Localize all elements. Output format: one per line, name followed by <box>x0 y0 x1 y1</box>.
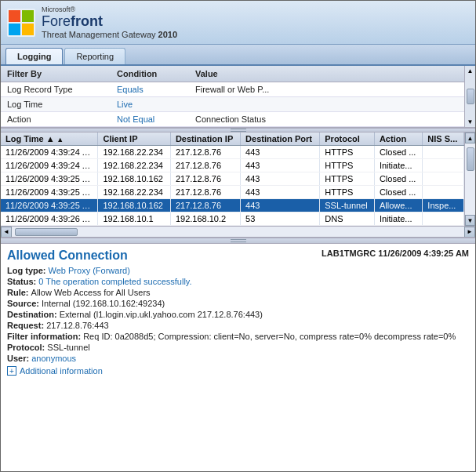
filter-col-condition: Condition <box>114 67 192 80</box>
detail-status: Status: 0 The operation completed succes… <box>7 277 469 286</box>
expand-icon[interactable]: + <box>7 366 16 376</box>
cell-clientip: 192.168.22.234 <box>98 159 170 172</box>
filter-col-value: Value <box>192 67 449 80</box>
filter-cell-value: Firewall or Web P... <box>192 83 449 96</box>
cell-niss <box>423 212 464 226</box>
filter-header: Filter By Condition Value <box>1 66 464 82</box>
table-row[interactable]: 11/26/2009 4:39:24 AM 192.168.22.234 217… <box>1 159 464 172</box>
cell-protocol: HTTPS <box>320 159 375 172</box>
filter-scroll-up[interactable]: ▲ <box>467 67 474 74</box>
resize-handle-2[interactable] <box>1 238 475 244</box>
table-row[interactable]: 11/26/2009 4:39:25 AM 192.168.22.234 217… <box>1 186 464 199</box>
scroll-down-button[interactable]: ▼ <box>465 215 475 226</box>
cell-protocol: HTTPS <box>320 146 375 159</box>
col-protocol[interactable]: Protocol <box>320 133 375 146</box>
cell-clientip: 192.168.22.234 <box>98 186 170 199</box>
cell-destport: 443 <box>241 186 320 199</box>
detail-title: Allowed Connection <box>7 249 128 263</box>
table-scrollbar-vertical[interactable]: ▲ ▼ <box>464 133 475 226</box>
cell-protocol: SSL-tunnel <box>320 199 375 212</box>
detail-logtype: Log type: Web Proxy (Forward) <box>7 266 469 275</box>
svg-rect-1 <box>9 10 20 22</box>
cell-clientip: 192.168.10.162 <box>98 172 170 186</box>
filter-cell-value: Connection Status <box>192 113 449 125</box>
col-logtime[interactable]: Log Time ▲ <box>1 133 98 146</box>
cell-destport: 53 <box>241 212 320 226</box>
cell-niss: Inspe... <box>423 199 464 212</box>
col-destport[interactable]: Destination Port <box>241 133 320 146</box>
scroll-track[interactable] <box>465 143 475 215</box>
additional-info-label: Additional information <box>20 366 103 376</box>
horizontal-scrollbar[interactable]: ◄ ► <box>1 226 475 237</box>
filter-rows: Log Record Type Equals Firewall or Web P… <box>1 82 464 127</box>
brand-main: Forefront <box>42 13 177 30</box>
filter-scroll-down[interactable]: ▼ <box>467 118 474 125</box>
log-table: Log Time ▲ Client IP Destination IP Dest… <box>1 133 464 226</box>
cell-logtime: 11/26/2009 4:39:25 AM <box>1 186 98 199</box>
cell-niss <box>423 146 464 159</box>
tab-reporting[interactable]: Reporting <box>64 48 125 64</box>
detail-source: Source: Internal (192.168.10.162:49234) <box>7 299 469 308</box>
brand-subtitle: Threat Management Gateway 2010 <box>42 30 177 39</box>
logo: Microsoft® Forefront Threat Management G… <box>7 5 177 39</box>
detail-user: User: anonymous <box>7 354 469 363</box>
detail-request: Request: 217.12.8.76:443 <box>7 321 469 330</box>
table-row[interactable]: 11/26/2009 4:39:25 AM 192.168.10.162 217… <box>1 172 464 186</box>
col-action[interactable]: Action <box>374 133 422 146</box>
cell-destip: 217.12.8.76 <box>170 199 240 212</box>
filter-row: Log Record Type Equals Firewall or Web P… <box>1 82 464 97</box>
table-row[interactable]: 11/26/2009 4:39:24 AM 192.168.22.234 217… <box>1 146 464 159</box>
cell-clientip: 192.168.10.1 <box>98 212 170 226</box>
filter-cell-filterby: Log Record Type <box>4 83 114 96</box>
filter-cell-condition: Live <box>114 98 192 111</box>
col-niss[interactable]: NIS S... <box>423 133 464 146</box>
detail-rule: Rule: Allow Web Access for All Users <box>7 288 469 297</box>
tabs-bar: Logging Reporting <box>1 45 475 66</box>
cell-clientip: 192.168.22.234 <box>98 146 170 159</box>
cell-logtime: 11/26/2009 4:39:26 AM <box>1 212 98 226</box>
svg-rect-2 <box>22 10 34 22</box>
resize-handle-icon-1 <box>231 129 246 132</box>
table-row[interactable]: 11/26/2009 4:39:25 AM 192.168.10.162 217… <box>1 199 464 212</box>
resize-handle-icon-2 <box>231 239 246 242</box>
cell-destip: 217.12.8.76 <box>170 186 240 199</box>
detail-server: LAB1TMGRC 11/26/2009 4:39:25 AM <box>322 249 469 258</box>
detail-panel: Allowed Connection LAB1TMGRC 11/26/2009 … <box>1 244 475 380</box>
cell-protocol: DNS <box>320 212 375 226</box>
scroll-up-button[interactable]: ▲ <box>465 133 475 143</box>
cell-protocol: HTTPS <box>320 186 375 199</box>
brand-small: Microsoft® <box>42 5 177 13</box>
filter-cell-value <box>192 98 449 111</box>
filter-cell-condition: Not Equal <box>114 113 192 125</box>
additional-info-expand[interactable]: + Additional information <box>7 366 469 376</box>
cell-destip: 217.12.8.76 <box>170 146 240 159</box>
h-scroll-track[interactable] <box>12 227 464 238</box>
svg-rect-3 <box>9 24 20 35</box>
h-scroll-thumb[interactable] <box>15 228 78 236</box>
filter-row: Log Time Live <box>1 97 464 112</box>
table-row[interactable]: 11/26/2009 4:39:26 AM 192.168.10.1 192.1… <box>1 212 464 226</box>
filter-row: Action Not Equal Connection Status <box>1 112 464 127</box>
cell-action: Initiate... <box>374 159 422 172</box>
h-scroll-left[interactable]: ◄ <box>1 227 12 238</box>
h-scroll-right[interactable]: ► <box>464 227 475 238</box>
filter-col-filterby: Filter By <box>4 67 114 80</box>
microsoft-forefront-logo <box>7 9 35 37</box>
cell-logtime: 11/26/2009 4:39:25 AM <box>1 199 98 212</box>
cell-action: Closed ... <box>374 172 422 186</box>
tab-logging[interactable]: Logging <box>5 48 63 64</box>
filter-scrollbar-thumb <box>467 89 474 104</box>
detail-filter-info: Filter information: Req ID: 0a2088d5; Co… <box>7 332 469 341</box>
col-destip[interactable]: Destination IP <box>170 133 240 146</box>
filter-cell-condition: Equals <box>114 83 192 96</box>
svg-rect-4 <box>22 24 34 35</box>
cell-destport: 443 <box>241 146 320 159</box>
table-header: Log Time ▲ Client IP Destination IP Dest… <box>1 133 464 146</box>
scroll-thumb[interactable] <box>467 147 474 171</box>
cell-destport: 443 <box>241 172 320 186</box>
brand-front: front <box>71 13 103 29</box>
cell-protocol: HTTPS <box>320 172 375 186</box>
table-scroll-area: Log Time ▲ Client IP Destination IP Dest… <box>1 133 464 226</box>
cell-clientip: 192.168.10.162 <box>98 199 170 212</box>
col-clientip[interactable]: Client IP <box>98 133 170 146</box>
